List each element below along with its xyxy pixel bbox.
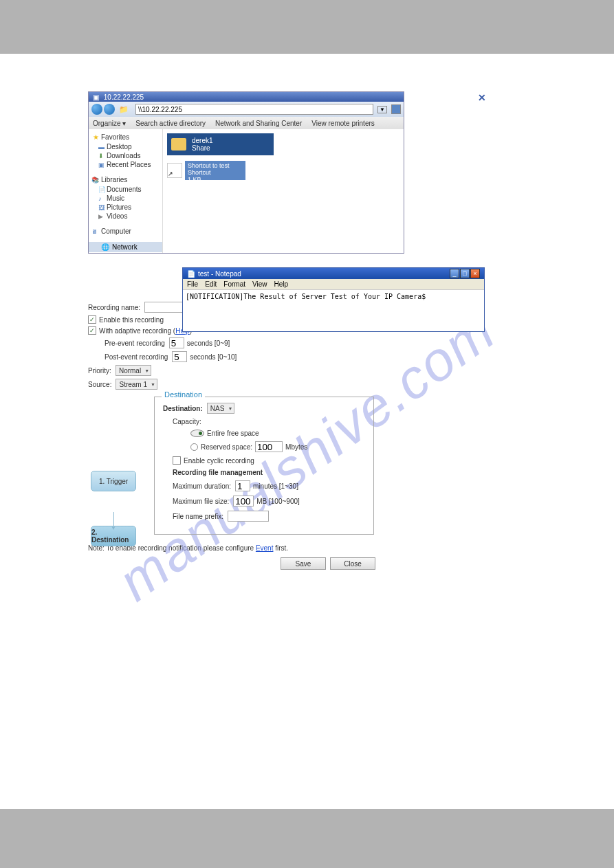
menu-format[interactable]: Format: [223, 280, 245, 288]
search-ad-link[interactable]: Search active directory: [135, 120, 206, 127]
menu-help[interactable]: Help: [274, 280, 289, 288]
sidebar-libraries[interactable]: Libraries: [89, 175, 162, 185]
sidebar-item-documents[interactable]: Documents: [89, 185, 162, 194]
nav-bar: 📁 \\10.22.22.225 ▼: [89, 102, 404, 117]
reserved-unit: Mbytes: [285, 443, 307, 451]
dropdown-icon[interactable]: ▼: [377, 106, 387, 113]
explorer-main: derek1Share ↗ Shortcut to testShortcut1 …: [163, 129, 404, 253]
close-button[interactable]: Close: [330, 557, 375, 570]
post-event-input[interactable]: [172, 351, 187, 362]
adaptive-checkbox[interactable]: ✓: [88, 326, 96, 335]
tab-connector: [113, 512, 114, 526]
minimize-button[interactable]: _: [450, 269, 459, 278]
network-icon: 🌐: [101, 243, 109, 251]
menu-view[interactable]: View: [252, 280, 267, 288]
destination-label: Destination:: [163, 405, 203, 412]
save-button[interactable]: Save: [281, 557, 326, 570]
explorer-window: ✕ ▣ 10.22.22.225 📁 \\10.22.22.225 ▼ Orga…: [88, 91, 404, 254]
option-entire-label: Entire free space: [207, 430, 259, 437]
forward-button[interactable]: [104, 104, 115, 115]
sidebar-item-downloads[interactable]: Downloads: [89, 151, 162, 160]
document-page: manualshive.com ✕ ▣ 10.22.22.225 📁 \\10.…: [0, 53, 614, 809]
enable-label: Enable this recording: [99, 316, 164, 324]
event-link[interactable]: Event: [256, 544, 274, 552]
menu-edit[interactable]: Edit: [205, 280, 217, 288]
network-center-link[interactable]: Network and Sharing Center: [215, 120, 302, 127]
max-duration-label: Maximum duration:: [173, 482, 231, 490]
folder-item[interactable]: derek1Share: [167, 133, 274, 155]
source-label: Source:: [88, 381, 111, 388]
sidebar-computer[interactable]: Computer: [89, 226, 162, 236]
cyclic-label: Enable cyclic recording: [184, 457, 254, 465]
videos-icon: [98, 212, 105, 219]
close-button[interactable]: ×: [470, 269, 480, 278]
sidebar-favorites[interactable]: ★Favorites: [89, 132, 162, 142]
post-event-label: Post-event recording: [105, 353, 168, 361]
shortcut-line1: Shortcut to test: [188, 162, 230, 169]
adaptive-label: With adaptive recording (: [99, 327, 175, 335]
explorer-sidebar: ★Favorites Desktop Downloads Recent Plac…: [89, 129, 163, 253]
enable-checkbox[interactable]: ✓: [88, 315, 96, 324]
go-button[interactable]: [391, 104, 401, 114]
reserved-input[interactable]: [255, 441, 283, 452]
shortcut-line3: 1 KB: [188, 176, 230, 183]
max-size-unit: MB [100~900]: [256, 498, 300, 505]
notepad-title-text: test - Notepad: [198, 270, 241, 278]
pre-event-input[interactable]: [169, 337, 184, 348]
destination-select[interactable]: NAS: [207, 403, 235, 414]
cyclic-checkbox[interactable]: [173, 456, 181, 465]
post-event-suffix: seconds [0~10]: [190, 353, 237, 361]
desktop-icon: [98, 143, 105, 150]
shortcut-line2: Shortcut: [188, 169, 230, 176]
notepad-menu: File Edit Format View Help: [183, 279, 484, 290]
radio-entire[interactable]: [190, 430, 204, 437]
max-size-label: Maximum file size:: [173, 498, 229, 505]
recording-name-label: Recording name:: [88, 304, 140, 311]
back-button[interactable]: [91, 104, 102, 115]
radio-reserved[interactable]: [190, 443, 198, 451]
organize-menu[interactable]: Organize ▾: [93, 120, 126, 127]
pre-event-suffix: seconds [0~9]: [187, 340, 230, 347]
prefix-label: File name prefix:: [173, 513, 223, 520]
folder-sub: Share: [192, 144, 213, 152]
source-select[interactable]: Stream 1: [116, 379, 157, 390]
priority-select[interactable]: Normal: [116, 365, 151, 376]
page-footer: [0, 809, 614, 868]
max-duration-input[interactable]: [235, 480, 250, 491]
option-reserved-label: Reserved space:: [201, 443, 252, 451]
view-printers-link[interactable]: View remote printers: [311, 120, 375, 127]
notepad-window: 📄 test - Notepad _ □ × File Edit Format …: [182, 267, 485, 332]
sidebar-item-desktop[interactable]: Desktop: [89, 142, 162, 151]
explorer-title: ▣ 10.22.22.225: [89, 92, 404, 102]
tab-trigger[interactable]: 1. Trigger: [91, 471, 136, 491]
sidebar-item-music[interactable]: Music: [89, 194, 162, 203]
folder-name: derek1: [192, 137, 213, 144]
maximize-button[interactable]: □: [460, 269, 470, 278]
max-duration-unit: minutes [1~30]: [253, 482, 298, 490]
capacity-label: Capacity:: [173, 418, 201, 425]
explorer-toolbar: Organize ▾ Search active directory Netwo…: [89, 117, 404, 129]
notepad-icon: 📄: [187, 270, 195, 278]
menu-file[interactable]: File: [187, 280, 198, 288]
downloads-icon: [98, 152, 105, 159]
sidebar-item-recent[interactable]: Recent Places: [89, 160, 162, 169]
star-icon: ★: [93, 133, 99, 141]
page-header: [0, 0, 614, 53]
priority-label: Priority:: [88, 367, 111, 375]
sidebar-item-pictures[interactable]: Pictures: [89, 203, 162, 212]
close-icon[interactable]: ✕: [478, 92, 486, 103]
address-bar[interactable]: \\10.22.22.225: [135, 104, 373, 115]
notepad-body[interactable]: [NOTIFICATION]The Result of Server Test …: [183, 290, 484, 331]
max-size-input[interactable]: [233, 496, 254, 507]
sidebar-item-videos[interactable]: Videos: [89, 212, 162, 221]
step-tabs: 1. Trigger 2. Destination: [91, 471, 136, 567]
shortcut-item[interactable]: Shortcut to testShortcut1 KB: [185, 161, 245, 180]
prefix-input[interactable]: [228, 511, 269, 522]
computer-icon: [91, 227, 98, 234]
window-icon: ▣: [93, 93, 99, 101]
documents-icon: [98, 186, 105, 192]
folder-icon: [171, 138, 186, 151]
shortcut-icon: ↗: [167, 163, 182, 178]
sidebar-network[interactable]: 🌐Network: [89, 242, 162, 252]
music-icon: [98, 194, 105, 201]
